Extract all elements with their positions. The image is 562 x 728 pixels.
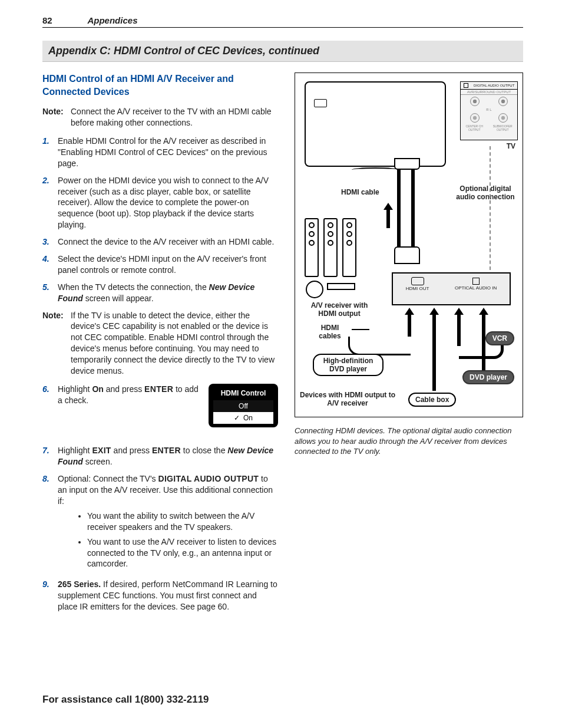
step-number: 9. bbox=[42, 579, 58, 612]
page-header: 82 Appendices bbox=[42, 15, 523, 28]
port-label: CENTER CH OUTPUT bbox=[461, 124, 488, 131]
step-5: 5. When the TV detects the connection, t… bbox=[42, 282, 278, 304]
note-text: Connect the A/V receiver to the TV with … bbox=[71, 106, 278, 129]
key: EXIT bbox=[92, 446, 111, 455]
note-mid: Note: If the TV is unable to detect the … bbox=[42, 310, 278, 377]
cable-box-pill: Cable box bbox=[408, 393, 456, 407]
step-4: 4. Select the device's HDMI input on the… bbox=[42, 253, 278, 276]
hd-dvd-pill: High-definition DVD player bbox=[313, 354, 384, 376]
tv-stand-icon bbox=[352, 167, 399, 172]
note-label: Note: bbox=[42, 106, 71, 129]
step-number: 2. bbox=[42, 175, 58, 230]
step-number: 4. bbox=[42, 253, 58, 276]
subwoofer-icon bbox=[306, 281, 323, 298]
step-text: 265 Series. If desired, perform NetComma… bbox=[58, 579, 278, 612]
av-receiver-label: A/V receiver with HDMI output bbox=[301, 302, 378, 318]
bold: 265 Series. bbox=[58, 579, 101, 589]
step-8: 8. Optional: Connect the TV's DIGITAL AU… bbox=[42, 473, 278, 573]
text: Highlight bbox=[58, 384, 92, 394]
step-number: 5. bbox=[42, 282, 58, 304]
pointer-line bbox=[352, 329, 369, 330]
option-label: On bbox=[243, 413, 253, 423]
menu-title: HDMI Control bbox=[213, 388, 273, 398]
tv-back-panel: DIGITAL AUDIO OUTPUT AVR/SURROUND OUTPUT… bbox=[460, 81, 518, 140]
step-text: HDMI Control Off ✓ On Highlight On and p… bbox=[58, 384, 278, 433]
step-text: Power on the HDMI device you wish to con… bbox=[58, 175, 278, 230]
rca-port-icon bbox=[470, 113, 480, 123]
optical-in-port: OPTICAL AUDIO IN bbox=[455, 275, 497, 291]
dvd-pill: DVD player bbox=[462, 370, 514, 384]
step-number: 6. bbox=[42, 384, 58, 433]
vcr-pill: VCR bbox=[485, 331, 514, 345]
step-number: 7. bbox=[42, 445, 58, 467]
step-text: Connect the device to the A/V receiver w… bbox=[58, 236, 278, 248]
hdmi-out-port: HDMI OUT bbox=[406, 275, 429, 291]
step-number: 3. bbox=[42, 236, 58, 248]
note-intro: Note: Connect the A/V receiver to the TV… bbox=[42, 106, 278, 129]
note-text: If the TV is unable to detect the device… bbox=[71, 310, 278, 377]
arrow-stem bbox=[408, 314, 411, 337]
hdmi-plug-icon bbox=[394, 246, 420, 264]
step-1: 1. Enable HDMI Control for the A/V recei… bbox=[42, 136, 278, 169]
rca-port-icon bbox=[498, 97, 508, 106]
text: and press bbox=[104, 384, 144, 394]
speaker-icon bbox=[342, 218, 356, 277]
step-2: 2. Power on the HDMI device you wish to … bbox=[42, 175, 278, 230]
step-7: 7. Highlight EXIT and press ENTER to clo… bbox=[42, 445, 278, 467]
optical-port-icon bbox=[472, 278, 480, 285]
av-receiver-icon: HDMI OUT OPTICAL AUDIO IN bbox=[392, 272, 511, 305]
port-label: AVR/SURROUND OUTPUT bbox=[461, 90, 517, 95]
bold: On bbox=[92, 384, 103, 394]
step-3: 3. Connect the device to the A/V receive… bbox=[42, 236, 278, 248]
section-heading: HDMI Control of an HDMI A/V Receiver and… bbox=[42, 73, 278, 98]
speaker-icon bbox=[305, 218, 319, 277]
bullet: You want to use the A/V receiver to list… bbox=[87, 536, 278, 570]
content-column: HDMI Control of an HDMI A/V Receiver and… bbox=[42, 73, 278, 618]
text: screen will appear. bbox=[83, 294, 154, 303]
diagram-column: DIGITAL AUDIO OUTPUT AVR/SURROUND OUTPUT… bbox=[295, 73, 523, 618]
arrow-stem bbox=[386, 209, 390, 228]
check-icon: ✓ bbox=[234, 413, 240, 423]
text: to close the bbox=[181, 446, 227, 455]
page-number: 82 bbox=[42, 15, 85, 25]
step-text: Select the device's HDMI input on the A/… bbox=[58, 253, 278, 276]
arrow-stem bbox=[432, 314, 436, 391]
center-speaker-icon bbox=[327, 283, 355, 290]
step-text: When the TV detects the connection, the … bbox=[58, 282, 278, 304]
step-text: Highlight EXIT and press ENTER to close … bbox=[58, 445, 278, 467]
rca-port-icon bbox=[470, 97, 480, 106]
text: and press bbox=[111, 446, 152, 455]
tv-icon bbox=[305, 81, 446, 167]
optional-label: Optional digital audio connection bbox=[453, 185, 518, 202]
speaker-icon bbox=[323, 218, 338, 277]
hdmi-plug-icon bbox=[394, 158, 420, 170]
tv-label: TV bbox=[507, 143, 515, 151]
port-label: DIGITAL AUDIO OUTPUT bbox=[474, 84, 514, 87]
note-label: Note: bbox=[42, 310, 71, 377]
text: Optional: Connect the TV's bbox=[58, 474, 158, 483]
appendix-title: Appendix C: HDMI Control of CEC Devices,… bbox=[42, 41, 523, 62]
port-icon bbox=[314, 99, 327, 107]
rca-port-icon bbox=[498, 113, 508, 123]
arrow-stem bbox=[482, 314, 485, 373]
key: ENTER bbox=[144, 384, 173, 394]
step-text: Enable HDMI Control for the A/V receiver… bbox=[58, 136, 278, 169]
connector-line bbox=[348, 337, 411, 355]
step-9: 9. 265 Series. If desired, perform NetCo… bbox=[42, 579, 278, 612]
step-text: Optional: Connect the TV's DIGITAL AUDIO… bbox=[58, 473, 278, 573]
port-label: HDMI OUT bbox=[406, 286, 429, 291]
dashed-line-icon bbox=[490, 146, 491, 270]
devices-label: Devices with HDMI output to A/V receiver bbox=[297, 391, 398, 408]
key: DIGITAL AUDIO OUTPUT bbox=[158, 474, 259, 483]
port-label: SUBWOOFER OUTPUT bbox=[488, 124, 517, 131]
hdmi-control-menu: HDMI Control Off ✓ On bbox=[209, 384, 278, 428]
menu-option-off: Off bbox=[213, 400, 273, 412]
optical-port-icon bbox=[464, 83, 468, 88]
key: ENTER bbox=[152, 446, 181, 455]
bullet: You want the ability to switch between t… bbox=[87, 510, 278, 533]
diagram-caption: Connecting HDMI devices. The optional di… bbox=[295, 426, 523, 457]
text: When the TV detects the connection, the bbox=[58, 282, 209, 292]
step-number: 1. bbox=[42, 136, 58, 169]
hdmi-port-icon bbox=[411, 277, 424, 285]
text: Highlight bbox=[58, 446, 92, 455]
